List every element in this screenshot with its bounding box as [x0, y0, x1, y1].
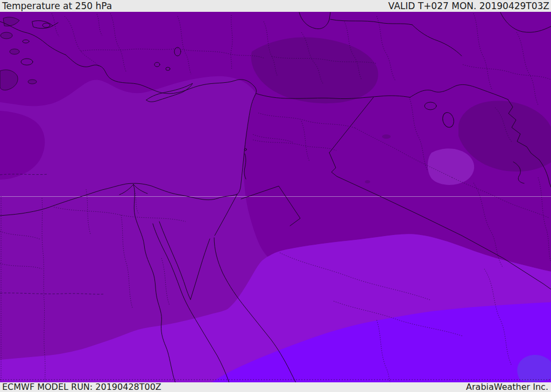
island-dark [1, 32, 12, 39]
credit-label: ArabiaWeather Inc. [466, 382, 548, 392]
temperature-bands [0, 12, 551, 384]
map-title: Temperature at 250 hPa [2, 0, 112, 12]
valid-time-label: VALID T+027 MON. 20190429T03Z [388, 0, 549, 12]
map-canvas [0, 0, 551, 392]
temp-band-coldest-speck [382, 134, 391, 139]
model-run-label: ECMWF MODEL RUN: 20190428T00Z [2, 382, 161, 392]
temp-band-coldest-speck [365, 180, 370, 183]
footer-bar: ECMWF MODEL RUN: 20190428T00Z ArabiaWeat… [0, 382, 551, 392]
weather-map-product: Temperature at 250 hPa VALID T+027 MON. … [0, 0, 551, 392]
header-bar: Temperature at 250 hPa VALID T+027 MON. … [0, 0, 551, 12]
island-dark [28, 80, 37, 84]
island-dark [10, 49, 19, 54]
